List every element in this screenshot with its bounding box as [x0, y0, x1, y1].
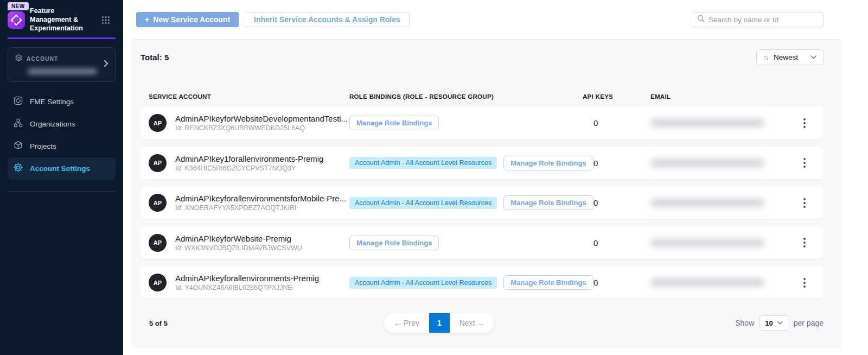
new-service-account-label: New Service Account	[153, 15, 230, 24]
service-account-name: AdminAPIkeyforWebsiteDevelopmentandTesti…	[175, 114, 348, 123]
email-redacted	[650, 239, 764, 247]
column-header-role-bindings: ROLE BINDINGS (ROLE - RESOURCE GROUP)	[349, 93, 583, 100]
api-keys-count: 0	[583, 278, 650, 287]
new-badge: NEW	[8, 2, 29, 10]
role-binding-badge: Account Admin - All Account Level Resour…	[349, 277, 497, 289]
table-row: AP AdminAPIkey1forallenvironments-Premig…	[141, 147, 824, 179]
sidebar-item-label: Account Settings	[30, 164, 90, 173]
api-keys-count: 0	[583, 118, 650, 128]
role-binding-badge: Account Admin - All Account Level Resour…	[349, 157, 497, 169]
page-size-select[interactable]: 10	[760, 315, 788, 331]
pager: ← Prev 1 Next →	[384, 313, 494, 333]
service-account-id: Id: K364HIC5RI6GZGYCPVST7NOQ3Y	[175, 164, 323, 172]
app-grid-icon[interactable]	[101, 16, 110, 27]
avatar: AP	[149, 114, 167, 132]
product-title: Feature Management & Experimentation	[30, 7, 96, 33]
layers-icon	[15, 54, 23, 64]
gear-icon	[14, 163, 23, 174]
organizations-icon	[14, 118, 23, 130]
role-binding-badge: Account Admin - All Account Level Resour…	[349, 197, 497, 209]
service-account-id: Id: WXK3NVOJBQZILIDMAVBJWCSVWU	[175, 244, 302, 252]
sidebar-item-fme-settings[interactable]: FME Settings	[8, 91, 116, 113]
kebab-menu-button[interactable]	[794, 275, 815, 291]
brand-header: NEW Feature Management & Experimentation	[0, 0, 123, 33]
chevron-down-icon	[810, 55, 816, 59]
column-header-service-account: SERVICE ACCOUNT	[149, 93, 349, 100]
sort-selected-value: Newest	[774, 53, 798, 61]
service-account-id: Id: RENCKBZ3XQ6UBBWWEDKD25L6AQ	[175, 124, 348, 132]
service-account-name: AdminAPIkeyforallenvironmentsforMobile-P…	[175, 194, 346, 203]
avatar: AP	[149, 274, 167, 291]
email-redacted	[650, 278, 764, 287]
total-count: Total: 5	[141, 53, 169, 62]
api-keys-count: 0	[583, 238, 650, 248]
table-row: AP AdminAPIkeyforallenvironments-Premig …	[141, 267, 824, 299]
avatar: AP	[149, 234, 167, 252]
sidebar-item-projects[interactable]: Projects	[8, 135, 116, 157]
manage-role-bindings-button[interactable]: Manage Role Bindings	[503, 195, 593, 210]
sidebar: NEW Feature Management & Experimentation	[0, 0, 123, 355]
toolbar: + New Service Account Inherit Service Ac…	[123, 0, 868, 39]
plus-icon: +	[145, 15, 149, 24]
avatar: AP	[149, 194, 167, 212]
kebab-menu-button[interactable]	[794, 195, 815, 211]
table-row: AP AdminAPIkeyforWebsite-Premig Id: WXK3…	[141, 227, 824, 259]
search-icon	[697, 15, 705, 24]
sidebar-item-label: Projects	[30, 142, 56, 150]
main-area: + New Service Account Inherit Service Ac…	[123, 0, 868, 355]
sidebar-divider	[8, 191, 116, 192]
service-account-id: Id: XNOERAFYYA5XPDEZ7AOQTJKIRI	[175, 204, 346, 212]
api-keys-count: 0	[583, 198, 650, 207]
page-count: 5 of 5	[149, 319, 168, 327]
manage-role-bindings-button[interactable]: Manage Role Bindings	[349, 116, 439, 130]
fme-logo-icon	[8, 11, 25, 29]
prev-page-button[interactable]: ← Prev	[384, 313, 429, 333]
kebab-menu-button[interactable]	[794, 155, 815, 171]
chevron-down-icon	[777, 321, 783, 325]
email-redacted	[650, 199, 764, 207]
service-account-name: AdminAPIkeyforWebsite-Premig	[175, 234, 302, 243]
next-page-button[interactable]: Next →	[450, 313, 495, 333]
inherit-service-accounts-button[interactable]: Inherit Service Accounts & Assign Roles	[245, 12, 410, 27]
column-header-api-keys: API KEYS	[583, 93, 650, 100]
sidebar-item-account-settings[interactable]: Account Settings	[8, 157, 116, 180]
page-size-value: 10	[765, 319, 773, 327]
email-redacted	[650, 159, 764, 167]
account-selector[interactable]: ACCOUNT	[8, 47, 116, 82]
show-label: Show	[735, 319, 754, 327]
projects-icon	[14, 141, 23, 152]
avatar: AP	[149, 154, 167, 172]
search-input[interactable]	[709, 16, 819, 24]
page-number-button[interactable]: 1	[429, 313, 450, 333]
table-row: AP AdminAPIkeyforWebsiteDevelopmentandTe…	[141, 107, 824, 139]
pagination-bar: 5 of 5 ← Prev 1 Next → Show 10 per page	[149, 313, 824, 333]
column-header-email: EMAIL	[650, 93, 794, 100]
manage-role-bindings-button[interactable]: Manage Role Bindings	[349, 236, 439, 250]
service-account-name: AdminAPIkeyforallenvironments-Premig	[175, 274, 319, 283]
account-label: ACCOUNT	[27, 56, 58, 62]
service-account-name: AdminAPIkey1forallenvironments-Premig	[175, 154, 323, 163]
sidebar-item-label: FME Settings	[30, 98, 74, 106]
chevron-right-icon	[104, 60, 108, 69]
sort-arrows-icon: ↑↓	[763, 54, 768, 61]
sidebar-menu: FME Settings Organizations Projects	[0, 91, 123, 180]
kebab-menu-button[interactable]	[794, 115, 815, 131]
manage-role-bindings-button[interactable]: Manage Role Bindings	[503, 156, 593, 170]
api-keys-count: 0	[583, 159, 650, 168]
fme-settings-icon	[14, 96, 23, 107]
account-name-redacted	[28, 68, 97, 74]
kebab-menu-button[interactable]	[794, 234, 815, 251]
per-page-label: per page	[794, 319, 824, 327]
manage-role-bindings-button[interactable]: Manage Role Bindings	[503, 275, 593, 290]
brand-accent-divider	[8, 37, 116, 39]
sidebar-item-organizations[interactable]: Organizations	[8, 113, 116, 135]
search-box	[692, 12, 824, 27]
service-account-id: Id: Y4OUNXZ46A6IBL6255QTPXJJNE	[175, 284, 319, 291]
email-redacted	[650, 119, 764, 127]
sort-dropdown[interactable]: ↑↓ Newest	[756, 49, 824, 65]
new-service-account-button[interactable]: + New Service Account	[136, 12, 239, 27]
table-header-row: SERVICE ACCOUNT ROLE BINDINGS (ROLE - RE…	[141, 93, 824, 100]
table-rows: AP AdminAPIkeyforWebsiteDevelopmentandTe…	[141, 107, 824, 299]
table-row: AP AdminAPIkeyforallenvironmentsforMobil…	[141, 187, 824, 219]
content-panel: Total: 5 ↑↓ Newest SERVICE ACCOUNT ROLE …	[132, 39, 842, 348]
